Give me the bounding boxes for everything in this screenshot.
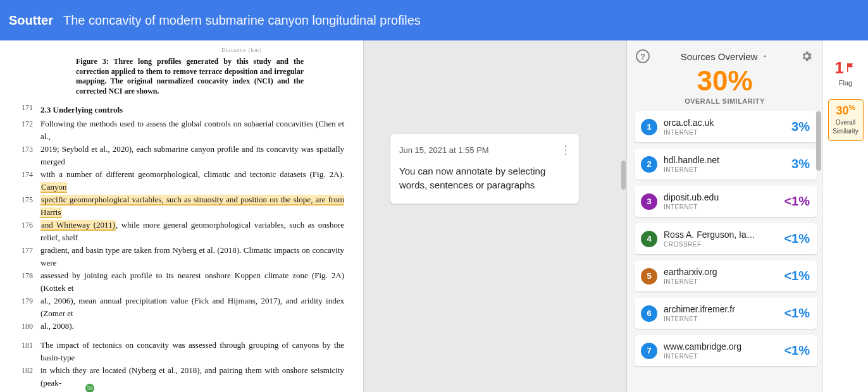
line-number: 180 bbox=[19, 320, 40, 333]
highlight-match[interactable]: Canyon bbox=[40, 182, 67, 193]
body-text[interactable]: al., 2008). bbox=[40, 320, 344, 333]
source-type: INTERNET bbox=[664, 315, 778, 322]
flag-icon bbox=[845, 58, 857, 78]
body-text-segment: with a number of different geomorphologi… bbox=[40, 169, 344, 179]
source-card[interactable]: 4Ross A. Ferguson, Ia…CROSSREF<1% bbox=[635, 223, 817, 254]
figure-caption: Figure 3: Three long profiles generated … bbox=[76, 57, 304, 96]
line-number: 179 bbox=[19, 295, 40, 320]
line-number: 181 bbox=[19, 339, 40, 364]
body-text[interactable]: 2019; Seybold et al., 2020), each submar… bbox=[40, 143, 344, 168]
source-name: diposit.ub.edu bbox=[664, 192, 778, 202]
app-header: Soutter The concavity of modern submarin… bbox=[0, 0, 868, 40]
source-type: INTERNET bbox=[664, 204, 778, 211]
similarity-label-1: Overall bbox=[829, 119, 863, 126]
doc-title: The concavity of modern submarine canyon… bbox=[63, 13, 421, 28]
highlight-match[interactable]: and Whiteway (2011) bbox=[40, 220, 116, 231]
sources-overview-dropdown[interactable]: Sources Overview bbox=[681, 51, 769, 62]
source-card[interactable]: 7www.cambridge.orgINTERNET<1% bbox=[635, 335, 817, 366]
source-type: CROSSREF bbox=[664, 241, 778, 248]
more-options-icon[interactable]: ⋮ bbox=[560, 144, 570, 156]
similarity-card[interactable]: 30% Overall Similarity bbox=[828, 99, 864, 141]
source-type: INTERNET bbox=[664, 353, 778, 360]
source-index-badge: 6 bbox=[641, 305, 657, 322]
scrollbar-thumb[interactable] bbox=[621, 161, 626, 190]
source-percent: <1% bbox=[784, 343, 810, 358]
document-page: Distance (km) Figure 3: Three long profi… bbox=[0, 40, 363, 392]
source-percent: <1% bbox=[784, 194, 810, 209]
figure-axis-label: Distance (km) bbox=[139, 47, 344, 53]
help-icon[interactable]: ? bbox=[636, 49, 650, 63]
body-text[interactable]: and Whiteway (2011), while more general … bbox=[40, 219, 344, 244]
body-text[interactable]: Following the methods used to assess the… bbox=[40, 118, 344, 143]
source-percent: <1% bbox=[784, 269, 810, 283]
line-number: 176 bbox=[19, 219, 40, 244]
source-card[interactable]: 3diposit.ub.eduINTERNET<1% bbox=[635, 186, 817, 217]
doc-author: Soutter bbox=[9, 13, 53, 28]
source-index-badge: 4 bbox=[641, 231, 657, 247]
source-index-badge: 2 bbox=[641, 156, 657, 173]
body-text[interactable]: al., 2006), mean annual precipitation va… bbox=[40, 295, 344, 320]
source-index-badge: 5 bbox=[641, 268, 657, 285]
body-text[interactable]: The impact of tectonics on concavity was… bbox=[40, 339, 344, 364]
line-number: 171 bbox=[19, 101, 40, 118]
source-type: INTERNET bbox=[664, 129, 785, 136]
line-number: 175 bbox=[19, 193, 40, 219]
annotation-timestamp: Jun 15, 2021 at 1:55 PM bbox=[399, 145, 489, 155]
similarity-label-2: Similarity bbox=[829, 128, 863, 135]
line-number: 183 bbox=[19, 389, 40, 392]
source-index-badge: 7 bbox=[641, 343, 657, 359]
line-number: 182 bbox=[19, 364, 40, 389]
chevron-down-icon bbox=[761, 51, 769, 62]
overall-score: 30% OVERALL SIMILARITY bbox=[627, 67, 822, 111]
flag-count: 1 bbox=[834, 58, 843, 78]
source-card[interactable]: 2hdl.handle.netINTERNET3% bbox=[635, 149, 817, 180]
body-text[interactable]: specific geomorphological variables, suc… bbox=[40, 193, 344, 219]
percent-sign: % bbox=[849, 104, 855, 111]
workspace: Distance (km) Figure 3: Three long profi… bbox=[0, 40, 868, 392]
source-card[interactable]: 6archimer.ifremer.frINTERNET<1% bbox=[635, 298, 817, 329]
source-percent: <1% bbox=[784, 231, 810, 246]
source-type: INTERNET bbox=[664, 166, 785, 173]
match-index-badge[interactable]: 59 bbox=[85, 383, 95, 392]
line-number: 172 bbox=[19, 118, 40, 143]
line-number: 178 bbox=[19, 269, 40, 295]
body-text[interactable]: assessed by joining each profile to its … bbox=[40, 269, 344, 295]
source-name: Ross A. Ferguson, Ia… bbox=[664, 230, 778, 240]
sources-list[interactable]: 1orca.cf.ac.ukINTERNET3%2hdl.handle.netI… bbox=[627, 111, 822, 392]
body-text[interactable]: gradient, and basin type are taken from … bbox=[40, 244, 344, 269]
source-index-badge: 1 bbox=[641, 119, 657, 135]
annotation-text: You can now annotate by selecting words,… bbox=[399, 164, 570, 192]
body-text[interactable]: with a number of different geomorphologi… bbox=[40, 168, 344, 193]
comments-pane: Jun 15, 2021 at 1:55 PM ⋮ You can now an… bbox=[364, 40, 626, 392]
source-name: www.cambridge.org bbox=[664, 341, 778, 352]
document-pane[interactable]: Distance (km) Figure 3: Three long profi… bbox=[0, 40, 364, 392]
source-percent: 3% bbox=[791, 157, 810, 171]
source-name: hdl.handle.net bbox=[664, 155, 785, 165]
source-type: INTERNET bbox=[664, 278, 778, 285]
line-number: 177 bbox=[19, 244, 40, 269]
overall-score-value: 30% bbox=[636, 67, 814, 95]
highlight-match[interactable]: specific geomorphological variables, suc… bbox=[40, 195, 344, 218]
line-number: 174 bbox=[19, 168, 40, 193]
source-percent: <1% bbox=[784, 306, 810, 321]
scrollbar-thumb[interactable] bbox=[816, 111, 821, 171]
similarity-value: 30 bbox=[836, 104, 849, 117]
summary-rail: 1 Flag 30% Overall Similarity bbox=[822, 40, 868, 392]
source-card[interactable]: 5eartharxiv.orgINTERNET<1% bbox=[635, 260, 817, 291]
source-card[interactable]: 1orca.cf.ac.ukINTERNET3% bbox=[635, 111, 817, 142]
overall-score-label: OVERALL SIMILARITY bbox=[636, 97, 814, 105]
sources-overview-label: Sources Overview bbox=[681, 51, 758, 62]
sources-panel: ? Sources Overview 30% OVERALL SIMILARIT… bbox=[626, 40, 822, 392]
source-name: orca.cf.ac.uk bbox=[664, 118, 785, 128]
source-percent: 3% bbox=[791, 119, 810, 134]
source-index-badge: 3 bbox=[641, 193, 657, 210]
source-name: eartharxiv.org bbox=[664, 267, 778, 277]
flag-label: Flag bbox=[839, 79, 852, 87]
flag-count-button[interactable]: 1 Flag bbox=[834, 58, 856, 87]
body-text[interactable]: ground-acceleration 59with 10% chance of… bbox=[40, 389, 344, 392]
gear-icon[interactable] bbox=[800, 49, 814, 63]
annotation-hint-card[interactable]: Jun 15, 2021 at 1:55 PM ⋮ You can now an… bbox=[390, 134, 579, 204]
section-heading: 2.3 Underlying controls bbox=[40, 105, 344, 115]
source-name: archimer.ifremer.fr bbox=[664, 304, 778, 314]
line-number: 173 bbox=[19, 143, 40, 168]
